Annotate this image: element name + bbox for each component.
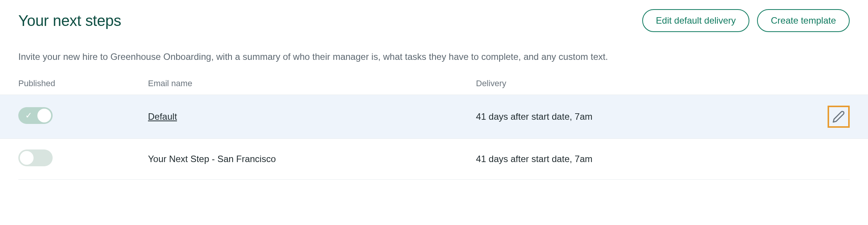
cell-published: [18, 149, 148, 169]
toggle-knob: [37, 109, 51, 122]
toggle-knob: [20, 151, 34, 165]
page-description: Invite your new hire to Greenhouse Onboa…: [18, 50, 850, 63]
header: Your next steps Edit default delivery Cr…: [18, 9, 850, 32]
templates-table: Published Email name Delivery ✓ Default …: [18, 79, 850, 180]
cell-delivery: 41 days after start date, 7am: [476, 111, 804, 122]
cell-email-name[interactable]: Your Next Step - San Francisco: [148, 154, 476, 164]
col-header-email-name: Email name: [148, 79, 476, 88]
header-actions: Edit default delivery Create template: [642, 9, 850, 32]
cell-action: [804, 106, 850, 128]
col-header-delivery: Delivery: [476, 79, 804, 88]
edit-button[interactable]: [828, 106, 850, 128]
table-header: Published Email name Delivery: [18, 79, 850, 95]
published-toggle[interactable]: ✓: [18, 107, 53, 124]
cell-published: ✓: [18, 107, 148, 126]
cell-email-name[interactable]: Default: [148, 111, 476, 122]
published-toggle[interactable]: [18, 149, 53, 166]
page-container: Your next steps Edit default delivery Cr…: [0, 0, 868, 180]
col-header-action: [804, 79, 850, 88]
page-title: Your next steps: [18, 12, 121, 29]
table-row: Your Next Step - San Francisco 41 days a…: [18, 139, 850, 180]
checkmark-icon: ✓: [25, 111, 32, 120]
col-header-published: Published: [18, 79, 148, 88]
create-template-button[interactable]: Create template: [757, 9, 850, 32]
cell-delivery: 41 days after start date, 7am: [476, 154, 804, 164]
table-row: ✓ Default 41 days after start date, 7am: [0, 95, 868, 139]
edit-default-delivery-button[interactable]: Edit default delivery: [642, 9, 749, 32]
pencil-icon: [832, 110, 845, 123]
